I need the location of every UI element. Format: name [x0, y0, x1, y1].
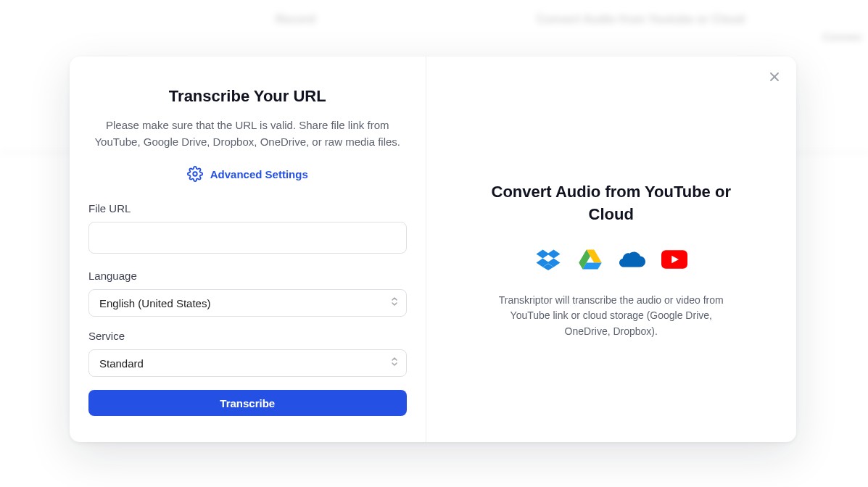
bg-heading-record: Record	[276, 13, 315, 26]
gear-icon	[187, 166, 203, 182]
service-label: Service	[88, 330, 407, 342]
language-select[interactable]: English (United States)	[88, 289, 407, 317]
file-url-label: File URL	[88, 202, 407, 215]
onedrive-icon	[619, 246, 645, 272]
service-icons-row	[535, 246, 687, 272]
service-select-wrap: Standard	[88, 349, 407, 377]
dropbox-icon	[535, 246, 561, 272]
right-panel-description: Transkriptor will transcribe the audio o…	[492, 293, 731, 340]
modal-title: Transcribe Your URL	[88, 87, 407, 106]
modal-subtitle: Please make sure that the URL is valid. …	[88, 117, 407, 150]
modal-right-panel: Convert Audio from YouTube or Cloud	[426, 57, 797, 442]
right-panel-title: Convert Audio from YouTube or Cloud	[481, 181, 742, 226]
language-select-wrap: English (United States)	[88, 289, 407, 317]
close-button[interactable]	[766, 68, 783, 86]
bg-text-connect: Connec	[822, 30, 862, 43]
svg-point-0	[193, 172, 197, 176]
file-url-input[interactable]	[88, 222, 407, 254]
advanced-settings-link[interactable]: Advanced Settings	[88, 166, 407, 182]
service-select[interactable]: Standard	[88, 349, 407, 377]
modal-left-panel: Transcribe Your URL Please make sure tha…	[70, 57, 426, 442]
advanced-settings-label: Advanced Settings	[210, 168, 308, 180]
transcribe-url-modal: Transcribe Your URL Please make sure tha…	[70, 57, 796, 442]
google-drive-icon	[577, 246, 603, 272]
transcribe-button[interactable]: Transcribe	[88, 390, 407, 416]
close-icon	[769, 71, 780, 83]
youtube-icon	[661, 246, 687, 272]
language-label: Language	[88, 270, 407, 282]
bg-heading-convert: Convert Audio from Youtube or Cloud	[537, 13, 745, 26]
